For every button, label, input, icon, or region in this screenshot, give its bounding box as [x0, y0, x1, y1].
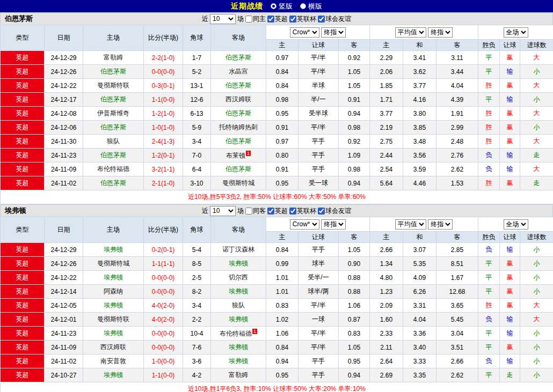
team-link[interactable]: 埃弗顿 [104, 246, 123, 253]
score-link[interactable]: 1-1(0-0) [152, 96, 175, 103]
team-link[interactable]: 富勒姆 [104, 54, 123, 61]
team-link[interactable]: 埃弗顿 [104, 301, 123, 309]
team-link[interactable]: 诺丁汉森林 [222, 246, 254, 253]
same-venue-option[interactable]: 同客 [245, 206, 266, 216]
layout-radio-horizontal[interactable]: 横版 [300, 2, 322, 11]
team-link[interactable]: 狼队 [232, 301, 245, 309]
team-link[interactable]: 曼彻斯特城 [97, 260, 129, 267]
topbar: 近期战绩 竖版 横版 [0, 0, 553, 12]
result-handicap: 赢 [500, 257, 520, 271]
score-cell: 0-3(0-1) [144, 79, 183, 93]
score-link[interactable]: 1-0(0-0) [152, 358, 175, 365]
team-link[interactable]: 埃弗顿 [229, 357, 248, 365]
match-count-select[interactable]: 10 [210, 14, 236, 24]
team-link[interactable]: 托特纳姆热刺 [219, 123, 258, 131]
score-link[interactable]: 0-0(0-0) [152, 330, 175, 337]
score-link[interactable]: 4-0(2-0) [152, 316, 175, 323]
score-cell: 1-1(0-0) [144, 93, 183, 107]
score-link[interactable]: 1-2(0-1) [152, 152, 175, 159]
league-option-friendly[interactable]: 球会友谊 [318, 206, 351, 216]
average-time-select[interactable]: 终指 [428, 27, 453, 38]
team-link[interactable]: 伯恩茅斯 [225, 54, 251, 61]
score-link[interactable]: 0-2(0-1) [152, 246, 175, 254]
team-link[interactable]: 水晶宫 [229, 68, 248, 75]
league-badge: 英超 [1, 313, 45, 327]
team-link[interactable]: 埃弗顿 [229, 343, 248, 351]
league-option-friendly[interactable]: 球会友谊 [318, 14, 351, 24]
team-link[interactable]: 曼彻斯特联 [97, 315, 129, 323]
team-link[interactable]: 曼彻斯特联 [97, 82, 129, 89]
league-checkbox-friendly[interactable] [318, 16, 325, 23]
team-link[interactable]: 埃弗顿 [104, 371, 123, 379]
score-link[interactable]: 0-0(0-0) [152, 274, 175, 282]
same-venue-checkbox[interactable] [245, 208, 252, 215]
team-link[interactable]: 阿森纳 [104, 287, 123, 295]
score-link[interactable]: 1-0(1-0) [152, 124, 175, 131]
score-link[interactable]: 2-2(1-0) [152, 54, 175, 62]
odds-time-select[interactable]: 终指 [321, 27, 346, 38]
league-checkbox-epl[interactable] [267, 16, 274, 23]
average-select[interactable]: 平均值 [395, 27, 426, 38]
team-link[interactable]: 伯恩茅斯 [100, 68, 126, 75]
score-link[interactable]: 2-4(1-3) [152, 138, 175, 145]
team-link[interactable]: 伯恩茅斯 [225, 109, 251, 117]
team-link[interactable]: 伯恩茅斯 [100, 151, 126, 159]
asian-odds-away: 0.98 [339, 162, 370, 176]
team-link[interactable]: 曼彻斯特城 [222, 179, 254, 187]
score-link[interactable]: 1-1(1-1) [152, 260, 175, 268]
league-checkbox-friendly[interactable] [318, 208, 325, 215]
league-checkbox-eflcup[interactable] [289, 208, 296, 215]
same-venue-checkbox[interactable] [245, 16, 252, 23]
team-link[interactable]: 埃弗顿 [229, 260, 248, 267]
league-option-epl[interactable]: 英超 [267, 14, 288, 24]
team-link[interactable]: 切尔西 [229, 273, 248, 281]
score-link[interactable]: 2-1(1-0) [152, 180, 175, 187]
team-link[interactable]: 埃弗顿 [229, 287, 248, 295]
scope-select[interactable]: 全场 [504, 219, 528, 230]
result-goals: 大 [520, 51, 553, 65]
average-time-select[interactable]: 终指 [428, 219, 453, 230]
team-link[interactable]: 伊普斯维奇 [97, 109, 129, 117]
score-link[interactable]: 0-3(0-1) [152, 82, 175, 90]
layout-radio-vertical[interactable]: 竖版 [271, 2, 293, 11]
league-checkbox-epl[interactable] [267, 208, 274, 215]
team-link[interactable]: 富勒姆 [229, 371, 248, 379]
score-link[interactable]: 1-2(1-0) [152, 110, 175, 117]
scope-select[interactable]: 全场 [504, 27, 528, 38]
team-link[interactable]: 埃弗顿 [104, 329, 123, 337]
team-link[interactable]: 伯恩茅斯 [225, 137, 251, 145]
team-link[interactable]: 伯恩茅斯 [225, 165, 251, 173]
league-checkbox-eflcup[interactable] [289, 16, 296, 23]
asian-odds-away: 1.09 [339, 149, 370, 162]
team-link[interactable]: 狼队 [107, 137, 120, 145]
score-link[interactable]: 0-0(0-0) [152, 344, 175, 351]
same-venue-option[interactable]: 同主 [245, 14, 266, 24]
team-link[interactable]: 西汉姆联 [225, 95, 251, 103]
team-link[interactable]: 布伦特福德 [220, 330, 252, 337]
odds-company-select[interactable]: Crow* [290, 27, 319, 38]
team-link[interactable]: 伯恩茅斯 [225, 82, 251, 89]
result-goals: 小 [520, 341, 553, 354]
results-table: 类型 日期 主场 比分(半场) 角球 客场 Crow* 终指 平均值 终指 全场 [0, 217, 553, 392]
score-link[interactable]: 4-0(2-0) [152, 302, 175, 309]
team-link[interactable]: 伯恩茅斯 [100, 179, 126, 187]
team-link[interactable]: 布莱顿 [226, 152, 245, 159]
match-count-select[interactable]: 10 [210, 206, 236, 216]
league-option-epl[interactable]: 英超 [267, 206, 288, 216]
league-option-eflcup[interactable]: 英联杯 [289, 14, 316, 24]
odds-company-select[interactable]: Crow* [290, 219, 319, 230]
score-link[interactable]: 0-0(0-0) [152, 288, 175, 295]
team-link[interactable]: 布伦特福德 [97, 165, 129, 173]
team-link[interactable]: 埃弗顿 [104, 273, 123, 281]
odds-time-select[interactable]: 终指 [321, 219, 346, 230]
average-select[interactable]: 平均值 [395, 219, 426, 230]
score-link[interactable]: 1-1(0-0) [152, 372, 175, 379]
team-link[interactable]: 伯恩茅斯 [100, 95, 126, 103]
team-link[interactable]: 西汉姆联 [100, 343, 126, 351]
score-link[interactable]: 3-2(1-1) [152, 166, 175, 173]
team-link[interactable]: 伯恩茅斯 [100, 123, 126, 131]
team-link[interactable]: 南安普敦 [100, 357, 126, 365]
league-option-eflcup[interactable]: 英联杯 [289, 206, 316, 216]
score-link[interactable]: 0-0(0-0) [152, 68, 175, 76]
team-link[interactable]: 埃弗顿 [229, 315, 248, 323]
